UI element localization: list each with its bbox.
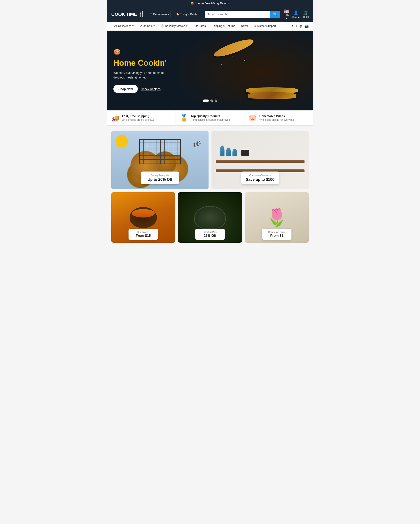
truck-icon: 🚚: [111, 114, 119, 122]
features-bar: 🚚 Fast, Free Shipping On domestic orders…: [107, 110, 313, 126]
promo-deal-baking: Up to 20% Off: [145, 177, 175, 182]
nav-news[interactable]: News: [238, 22, 251, 30]
hamburger-icon: ☰: [150, 13, 152, 16]
pancake-visual: [179, 31, 313, 110]
logo[interactable]: COOK TIME 🍴: [111, 11, 145, 17]
medal-icon: 🏅: [180, 114, 188, 122]
social-links: f 𝕏 𝕡 📷: [292, 24, 309, 28]
promo-label-baking[interactable]: Baking Essentials Up to 20% Off: [141, 172, 179, 184]
search-input[interactable]: [205, 11, 271, 18]
wire-rack: [139, 139, 181, 164]
twitter-link[interactable]: 𝕏: [295, 24, 298, 28]
promo-label-pans[interactable]: Selected Pans 25% Off: [195, 229, 225, 240]
logo-fork-icon: 🍴: [138, 11, 145, 17]
chevron-icon: ▾: [186, 24, 188, 27]
feature-prices: 🐷 Unbeatable Prices Wholesale pricing fo…: [245, 110, 313, 125]
feature-shipping-text: Fast, Free Shipping On domestic orders o…: [122, 114, 155, 121]
feature-prices-desc: Wholesale pricing for everyone: [259, 118, 294, 121]
cart-button[interactable]: 🛒 $0.00: [303, 10, 309, 18]
nav-on-sale[interactable]: ↗ On Sale ▾: [137, 22, 158, 30]
header: COOK TIME 🍴 ☰ Departments 🏷️ Today's Dea…: [107, 7, 313, 22]
hero-image: [179, 31, 313, 110]
nav-all-collections[interactable]: All Collections ▾: [111, 22, 137, 30]
chevron-icon: ▾: [154, 24, 155, 27]
hero-description: We carry everything you need to make del…: [114, 70, 172, 80]
topbar-icon: 📦: [191, 2, 194, 5]
chevron-down-icon: ▾: [198, 13, 200, 16]
todays-deals-button[interactable]: 🏷️ Today's Deals ▾: [174, 11, 201, 17]
currency-selector[interactable]: 🇺🇸 USD ▾: [284, 9, 289, 20]
promo-deal-decor: From $5: [265, 234, 288, 238]
promo-deal-dinnerware: From $15: [132, 234, 155, 238]
cart-icon: 🛒: [303, 10, 308, 15]
user-icon: 👤: [293, 10, 299, 15]
shelf-items-top: [216, 146, 305, 156]
carousel-dot-3[interactable]: [215, 99, 217, 102]
feature-quality-title: Top Quality Products: [191, 114, 230, 118]
promo-card-baking[interactable]: 𝓌 Baking Essentials Up to 20% Off: [111, 131, 209, 189]
nav-customer-support[interactable]: Customer Support: [251, 22, 279, 30]
hero-carousel-dots: [203, 99, 217, 102]
instagram-link[interactable]: 📷: [305, 24, 309, 28]
promo-label-cookware[interactable]: Cookware Clearance Save up to $100: [241, 172, 279, 184]
feature-shipping: 🚚 Fast, Free Shipping On domestic orders…: [107, 110, 176, 125]
pinterest-link[interactable]: 𝕡: [300, 24, 302, 28]
search-bar: 🔍: [205, 11, 280, 18]
promo-label-decor[interactable]: Decorative Items From $5: [262, 229, 291, 240]
check-recipes-button[interactable]: Check Recipes: [141, 87, 160, 90]
tag-icon: 🏷️: [176, 13, 179, 16]
hero-badge-icon: 🍪: [114, 48, 172, 55]
promo-label-dinnerware[interactable]: Dinnerware From $15: [129, 229, 158, 240]
promo-cat-pans: Selected Pans: [199, 231, 221, 233]
departments-button[interactable]: ☰ Departments: [148, 11, 171, 17]
nav-bar: All Collections ▾ ↗ On Sale ▾ 🕐 Recently…: [107, 22, 313, 31]
promo-deal-cookware: Save up to $100: [245, 177, 275, 182]
shop-now-button[interactable]: Shop Now: [114, 85, 138, 93]
promo-category-baking: Baking Essentials: [145, 174, 175, 176]
promo-cat-decor: Decorative Items: [265, 231, 288, 233]
promo-deal-pans: 25% Off: [199, 234, 221, 238]
sale-icon: ↗: [140, 24, 142, 27]
carousel-dot-2[interactable]: [210, 99, 213, 102]
promo-category-cookware: Cookware Clearance: [245, 174, 275, 176]
hero-content: 🍪 Home Cookin' We carry everything you n…: [114, 48, 172, 93]
promo-card-cookware[interactable]: Cookware Clearance Save up to $100: [211, 131, 309, 189]
promo-card-decor[interactable]: 🌷 Decorative Items From $5: [245, 192, 309, 243]
logo-cook-text: COOK: [111, 12, 125, 17]
promo-row-small: Dinnerware From $15 Selected Pans 25% Of…: [111, 192, 309, 243]
sign-in-button[interactable]: 👤 Sign In: [292, 10, 299, 18]
cylinder-1: [220, 146, 225, 156]
shelf-bar-top: [216, 160, 305, 163]
shelf-pot: [241, 150, 249, 156]
nav-gift-cards[interactable]: Gift Cards: [191, 22, 209, 30]
feature-prices-title: Unbeatable Prices: [259, 114, 294, 118]
promo-section: 𝓌 Baking Essentials Up to 20% Off Cookwa…: [107, 126, 313, 248]
carousel-dot-1[interactable]: [203, 99, 209, 102]
nav-shipping[interactable]: Shipping & Returns: [209, 22, 238, 30]
logo-time-text: TIME: [126, 12, 137, 17]
feature-shipping-title: Fast, Free Shipping: [122, 114, 155, 118]
hero-buttons: Shop Now Check Recipes: [114, 85, 172, 93]
feature-quality: 🏅 Top Quality Products Hand-selected, cu…: [176, 110, 245, 125]
promo-row-large: 𝓌 Baking Essentials Up to 20% Off Cookwa…: [111, 131, 309, 189]
promo-cat-dinnerware: Dinnerware: [132, 231, 155, 233]
piggybank-icon: 🐷: [249, 114, 256, 122]
topbar-message: Hassle Free 90-day Returns: [195, 2, 230, 5]
top-bar: 📦 Hassle Free 90-day Returns: [107, 0, 313, 7]
feature-quality-text: Top Quality Products Hand-selected, cust…: [191, 114, 230, 121]
hero-title: Home Cookin': [114, 59, 172, 68]
flag-icon: 🇺🇸: [284, 9, 289, 14]
cylinder-2: [226, 148, 231, 156]
cylinder-3: [232, 149, 237, 156]
feature-shipping-desc: On domestic orders over $99: [122, 118, 155, 121]
nav-recently-viewed[interactable]: 🕐 Recently Viewed ▾: [158, 22, 191, 30]
hero-section: 🍪 Home Cookin' We carry everything you n…: [107, 31, 313, 110]
facebook-link[interactable]: f: [292, 24, 293, 28]
header-right: 🇺🇸 USD ▾ 👤 Sign In 🛒 $0.00: [284, 9, 309, 20]
chevron-icon: ▾: [132, 24, 134, 27]
promo-card-pans[interactable]: Selected Pans 25% Off: [178, 192, 242, 243]
search-button[interactable]: 🔍: [270, 11, 280, 18]
promo-card-dinnerware[interactable]: Dinnerware From $15: [111, 192, 175, 243]
clock-icon: 🕐: [161, 24, 164, 27]
flying-pancake: [213, 36, 255, 60]
